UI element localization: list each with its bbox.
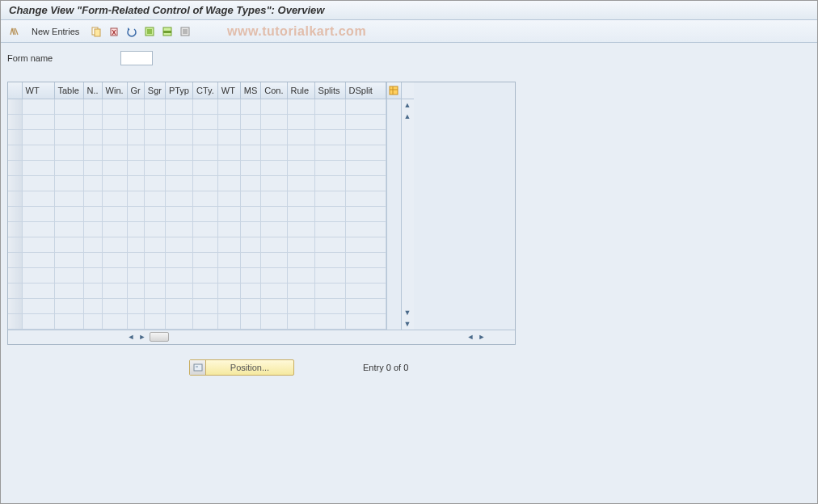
table-cell[interactable]: [83, 175, 102, 191]
table-cell[interactable]: [314, 114, 345, 129]
table-cell[interactable]: [102, 252, 127, 267]
scroll-down-icon[interactable]: ▼: [402, 307, 414, 318]
column-header[interactable]: Gr: [127, 82, 144, 99]
table-cell[interactable]: [102, 221, 127, 237]
table-cell[interactable]: [102, 114, 127, 129]
column-header[interactable]: Table: [54, 82, 83, 99]
table-cell[interactable]: [345, 267, 386, 283]
scroll-right-near-icon[interactable]: ►: [137, 331, 148, 342]
table-cell[interactable]: [217, 114, 240, 129]
table-cell[interactable]: [314, 283, 345, 298]
undo-icon[interactable]: [124, 24, 139, 39]
table-cell[interactable]: [22, 191, 54, 206]
toggle-icon[interactable]: [7, 24, 22, 39]
table-cell[interactable]: [22, 221, 54, 237]
table-cell[interactable]: [22, 252, 54, 267]
table-cell[interactable]: [165, 206, 192, 221]
table-cell[interactable]: [127, 283, 144, 298]
table-cell[interactable]: [54, 114, 83, 129]
table-cell[interactable]: [165, 175, 192, 191]
scroll-up2-icon[interactable]: ▲: [402, 111, 414, 122]
table-cell[interactable]: [102, 206, 127, 221]
table-cell[interactable]: [314, 298, 345, 313]
table-cell[interactable]: [314, 145, 345, 160]
vertical-scrollbar[interactable]: ▲ ▲ ▼ ▼: [401, 82, 414, 330]
table-cell[interactable]: [240, 206, 261, 221]
table-cell[interactable]: [345, 283, 386, 298]
table-cell[interactable]: [287, 283, 314, 298]
table-cell[interactable]: [22, 298, 54, 313]
table-cell[interactable]: [240, 298, 261, 313]
table-cell[interactable]: [240, 221, 261, 237]
table-cell[interactable]: [287, 298, 314, 313]
table-cell[interactable]: [261, 206, 287, 221]
table-cell[interactable]: [54, 221, 83, 237]
table-cell[interactable]: [165, 298, 192, 313]
table-cell[interactable]: [83, 145, 102, 160]
table-cell[interactable]: [22, 283, 54, 298]
table-cell[interactable]: [165, 267, 192, 283]
new-entries-button[interactable]: New Entries: [25, 25, 86, 38]
table-cell[interactable]: [102, 129, 127, 145]
table-cell[interactable]: [314, 191, 345, 206]
table-cell[interactable]: [144, 237, 165, 252]
table-cell[interactable]: [22, 237, 54, 252]
table-cell[interactable]: [127, 298, 144, 313]
table-cell[interactable]: [54, 99, 83, 114]
table-cell[interactable]: [193, 160, 218, 175]
table-cell[interactable]: [165, 237, 192, 252]
column-header[interactable]: Con.: [261, 82, 287, 99]
table-cell[interactable]: [261, 145, 287, 160]
table-cell[interactable]: [83, 221, 102, 237]
table-cell[interactable]: [22, 175, 54, 191]
table-cell[interactable]: [345, 252, 386, 267]
table-cell[interactable]: [261, 191, 287, 206]
table-cell[interactable]: [83, 191, 102, 206]
table-cell[interactable]: [127, 99, 144, 114]
table-cell[interactable]: [102, 313, 127, 329]
table-cell[interactable]: [287, 237, 314, 252]
table-cell[interactable]: [127, 267, 144, 283]
table-cell[interactable]: [165, 252, 192, 267]
table-cell[interactable]: [240, 175, 261, 191]
table-cell[interactable]: [102, 160, 127, 175]
table-cell[interactable]: [314, 160, 345, 175]
table-cell[interactable]: [287, 221, 314, 237]
table-cell[interactable]: [83, 206, 102, 221]
table-cell[interactable]: [261, 267, 287, 283]
table-cell[interactable]: [144, 129, 165, 145]
row-selector-header[interactable]: [8, 82, 22, 99]
table-cell[interactable]: [165, 114, 192, 129]
column-header[interactable]: Win.: [102, 82, 127, 99]
table-cell[interactable]: [83, 129, 102, 145]
table-cell[interactable]: [22, 160, 54, 175]
table-cell[interactable]: [102, 175, 127, 191]
table-cell[interactable]: [261, 237, 287, 252]
table-cell[interactable]: [83, 160, 102, 175]
table-cell[interactable]: [261, 160, 287, 175]
table-cell[interactable]: [240, 145, 261, 160]
table-cell[interactable]: [165, 191, 192, 206]
table-cell[interactable]: [287, 145, 314, 160]
column-header[interactable]: WT: [217, 82, 240, 99]
table-cell[interactable]: [287, 267, 314, 283]
table-cell[interactable]: [314, 267, 345, 283]
column-header[interactable]: Sgr: [144, 82, 165, 99]
table-cell[interactable]: [22, 267, 54, 283]
table-cell[interactable]: [217, 206, 240, 221]
table-cell[interactable]: [345, 313, 386, 329]
table-cell[interactable]: [314, 175, 345, 191]
table-cell[interactable]: [193, 145, 218, 160]
row-selector[interactable]: [8, 267, 22, 283]
table-cell[interactable]: [127, 145, 144, 160]
table-cell[interactable]: [83, 313, 102, 329]
table-cell[interactable]: [287, 191, 314, 206]
table-cell[interactable]: [193, 267, 218, 283]
table-cell[interactable]: [240, 283, 261, 298]
table-cell[interactable]: [314, 206, 345, 221]
copy-icon[interactable]: [89, 24, 103, 39]
scroll-right-icon[interactable]: ►: [476, 331, 487, 342]
table-cell[interactable]: [261, 283, 287, 298]
table-cell[interactable]: [314, 129, 345, 145]
table-cell[interactable]: [83, 99, 102, 114]
